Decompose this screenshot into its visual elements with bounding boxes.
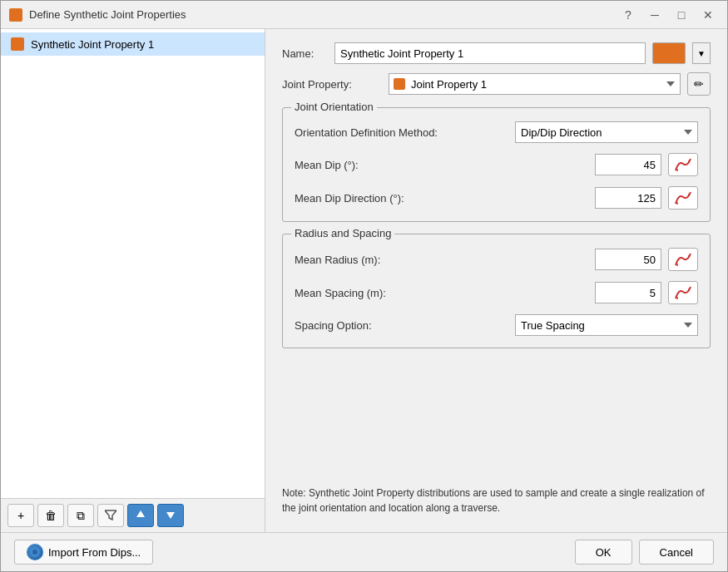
- footer-right: OK Cancel: [575, 540, 714, 565]
- import-label: Import From Dips...: [48, 546, 141, 559]
- radius-spacing-group: Radius and Spacing Mean Radius (m):: [282, 234, 711, 348]
- content-area: Synthetic Joint Property 1 + 🗑 ⧉: [1, 29, 727, 532]
- svg-marker-1: [136, 510, 145, 517]
- list-item[interactable]: Synthetic Joint Property 1: [1, 32, 265, 56]
- joint-property-row: Joint Property: Joint Property 1 ✏: [282, 72, 711, 96]
- cancel-button[interactable]: Cancel: [639, 540, 714, 565]
- color-dropdown-button[interactable]: ▼: [692, 42, 711, 64]
- mean-radius-distribution-button[interactable]: [668, 248, 698, 271]
- color-button[interactable]: [652, 42, 686, 64]
- note-text: Note: Synthetic Joint Property distribut…: [282, 479, 711, 519]
- footer: Import From Dips... OK Cancel: [1, 532, 727, 571]
- distribution-icon-3: [674, 252, 692, 267]
- edit-joint-property-button[interactable]: ✏: [687, 72, 711, 96]
- distribution-icon-2: [674, 190, 692, 205]
- close-button[interactable]: ✕: [697, 6, 719, 24]
- mean-dip-label: Mean Dip (°):: [295, 159, 588, 171]
- help-button[interactable]: ?: [617, 6, 639, 24]
- mean-dip-direction-distribution-button[interactable]: [668, 186, 698, 210]
- delete-button[interactable]: 🗑: [37, 504, 64, 527]
- import-button[interactable]: Import From Dips...: [14, 540, 153, 565]
- joint-orientation-title: Joint Orientation: [291, 101, 377, 113]
- down-arrow-icon: [166, 509, 176, 522]
- mean-spacing-label: Mean Spacing (m):: [295, 287, 588, 299]
- app-icon: [9, 8, 22, 22]
- pencil-icon: ✏: [694, 77, 704, 91]
- add-button[interactable]: +: [7, 504, 34, 527]
- orientation-method-row: Orientation Definition Method: Dip/Dip D…: [295, 121, 698, 143]
- delete-icon: 🗑: [45, 509, 57, 522]
- svg-marker-0: [105, 510, 116, 520]
- distribution-icon-4: [674, 285, 692, 300]
- filter-button[interactable]: [97, 504, 124, 527]
- copy-icon: ⧉: [77, 509, 85, 523]
- window-title: Define Synthetic Joint Properties: [29, 8, 186, 21]
- list-item-label: Synthetic Joint Property 1: [31, 38, 154, 51]
- mean-dip-direction-label: Mean Dip Direction (°):: [295, 192, 588, 205]
- spacing-option-label: Spacing Option:: [295, 319, 508, 332]
- filter-icon: [105, 509, 116, 523]
- maximize-button[interactable]: □: [671, 6, 692, 24]
- list-item-color-icon: [11, 37, 24, 51]
- distribution-icon: [674, 157, 692, 172]
- spacing-option-select[interactable]: True Spacing: [515, 314, 698, 336]
- mean-radius-label: Mean Radius (m):: [295, 254, 588, 266]
- left-panel: Synthetic Joint Property 1 + 🗑 ⧉: [1, 29, 265, 532]
- dips-icon: [27, 544, 43, 560]
- mean-radius-row: Mean Radius (m):: [295, 248, 698, 271]
- mean-radius-input[interactable]: [595, 249, 661, 270]
- mean-dip-input[interactable]: [595, 154, 661, 175]
- radius-spacing-title: Radius and Spacing: [291, 227, 394, 239]
- mean-dip-direction-row: Mean Dip Direction (°):: [295, 186, 698, 210]
- move-up-button[interactable]: [127, 504, 154, 527]
- mean-spacing-input[interactable]: [595, 282, 661, 303]
- property-list: Synthetic Joint Property 1: [1, 29, 265, 498]
- joint-property-select[interactable]: Joint Property 1: [389, 73, 681, 95]
- joint-property-label: Joint Property:: [282, 78, 382, 91]
- svg-point-12: [32, 550, 37, 555]
- spacing-option-row: Spacing Option: True Spacing: [295, 314, 698, 336]
- joint-orientation-content: Orientation Definition Method: Dip/Dip D…: [295, 121, 698, 210]
- list-toolbar: + 🗑 ⧉: [1, 498, 265, 532]
- add-icon: +: [17, 509, 24, 522]
- name-label: Name:: [282, 47, 328, 60]
- orientation-method-label: Orientation Definition Method:: [295, 126, 508, 139]
- orientation-method-select[interactable]: Dip/Dip Direction: [515, 121, 698, 143]
- right-panel: Name: ▼ Joint Property: Joint Property 1…: [265, 29, 727, 532]
- radius-spacing-content: Mean Radius (m): Mean Spacing (m):: [295, 248, 698, 336]
- mean-dip-row: Mean Dip (°):: [295, 153, 698, 176]
- joint-orientation-group: Joint Orientation Orientation Definition…: [282, 107, 711, 222]
- minimize-button[interactable]: ─: [644, 6, 666, 24]
- mean-spacing-row: Mean Spacing (m):: [295, 281, 698, 304]
- name-input[interactable]: [334, 42, 646, 64]
- window-controls: ? ─ □ ✕: [617, 6, 719, 24]
- title-bar-left: Define Synthetic Joint Properties: [9, 8, 186, 22]
- ok-button[interactable]: OK: [575, 540, 632, 565]
- mean-dip-direction-input[interactable]: [595, 187, 661, 209]
- up-arrow-icon: [136, 509, 146, 522]
- copy-button[interactable]: ⧉: [67, 504, 94, 527]
- spacer: [282, 357, 711, 471]
- svg-marker-2: [166, 512, 175, 519]
- footer-left: Import From Dips...: [14, 540, 153, 565]
- name-row: Name: ▼: [282, 42, 711, 64]
- move-down-button[interactable]: [157, 504, 184, 527]
- main-window: Define Synthetic Joint Properties ? ─ □ …: [0, 0, 728, 572]
- mean-dip-distribution-button[interactable]: [668, 153, 698, 176]
- title-bar: Define Synthetic Joint Properties ? ─ □ …: [1, 1, 727, 29]
- mean-spacing-distribution-button[interactable]: [668, 281, 698, 304]
